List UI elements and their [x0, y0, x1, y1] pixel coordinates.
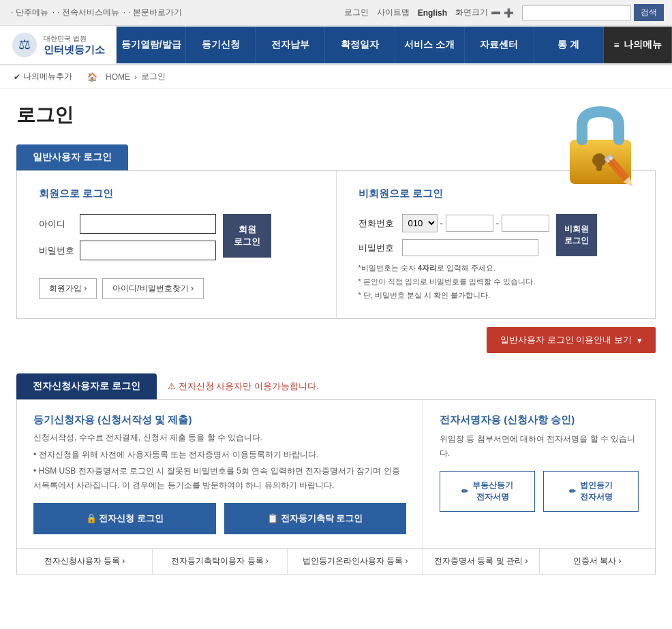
info-bar: 일반사용자 로그인 이용안내 보기 ▾	[16, 327, 656, 353]
esig-pen-icon-2: ✏	[569, 487, 576, 496]
phone-prefix-select[interactable]: 010 011 016 017	[402, 214, 438, 232]
nav-menu: 등기열람/발급 등기신청 전자납부 확정일자 서비스 소개 자료센터 통 계 ≡…	[117, 27, 672, 63]
shortcuts: · 단주메뉴 · 전속서비스메뉴 · 본문바로가기	[8, 7, 182, 18]
top-bar: · 단주메뉴 · 전속서비스메뉴 · 본문바로가기 로그인 사이트맵 Engli…	[0, 0, 672, 26]
nav-item-confirmed-date[interactable]: 확정일자	[325, 27, 395, 63]
add-my-menu-button[interactable]: ✔ 나의메뉴추가	[14, 71, 72, 82]
font-increase-icon[interactable]: ➕	[504, 8, 514, 18]
phone-middle-input[interactable]	[446, 215, 493, 232]
member-login-title: 회원으로 로그인	[39, 187, 314, 200]
nonmember-login-button[interactable]: 비회원 로그인	[556, 214, 597, 256]
login-info-label: 일반사용자 로그인 이용안내 보기	[500, 334, 632, 346]
hint-2: * 본인이 직접 임의로 비밀번호를 입력할 수 있습니다.	[358, 275, 634, 289]
efiling-left-panel: 등기신청자용 (신청서작성 및 제출) 신청서작성, 수수료 전자결제, 신청서…	[17, 400, 423, 548]
nav-item-registry-lookup[interactable]: 등기열람/발급	[117, 27, 186, 63]
hint-1: *비밀번호는 숫자 4자리로 입력해 주세요.	[358, 262, 634, 275]
svg-text:⚖: ⚖	[18, 37, 31, 52]
real-estate-esig-label: 부동산등기전자서명	[472, 480, 513, 503]
nav-item-my-menu[interactable]: ≡ 나의메뉴	[604, 27, 672, 63]
nav-item-electronic-payment[interactable]: 전자납부	[256, 27, 325, 63]
login-box: 회원으로 로그인 아이디 비밀번호 회원 로그인	[16, 170, 656, 319]
breadcrumb-arrow: ›	[134, 72, 137, 82]
member-login-btn-line1: 회원	[239, 224, 256, 234]
navbar: ⚖ 대한민국 법원 인터넷등기소 등기열람/발급 등기신청 전자납부 확정일자 …	[0, 26, 672, 65]
nonmember-login-btn-line2: 로그인	[564, 236, 589, 245]
reg-left: 전자신청사용자 등록 › 전자등기촉탁이용자 등록 › 법인등기온라인사용자 등…	[17, 549, 423, 574]
font-size-control: 화면크기 ➖ ➕	[455, 7, 514, 18]
ecert-reg-manage-label: 전자증명서 등록 및 관리 ›	[434, 555, 528, 567]
efiling-box: 등기신청자용 (신청서작성 및 제출) 신청서작성, 수수료 전자결제, 신청서…	[16, 399, 656, 549]
add-my-menu-label: 나의메뉴추가	[23, 71, 72, 82]
hint-3: * 단, 비밀번호 분실 시 확인 불가합니다.	[358, 289, 634, 303]
lock-illustration	[556, 102, 645, 191]
logo-sub: 대한민국 법원	[44, 34, 105, 43]
logo[interactable]: ⚖ 대한민국 법원 인터넷등기소	[0, 26, 117, 64]
nav-item-data-center[interactable]: 자료센터	[465, 27, 534, 63]
esig-desc: 위임장 등 첨부서면에 대하여 전자서명을 할 수 있습니다.	[440, 432, 639, 460]
phone-row: 전화번호 010 011 016 017 - -	[358, 214, 550, 232]
efiling-tab[interactable]: 전자신청사용자로 로그인	[16, 373, 157, 399]
pw-label: 비밀번호	[39, 245, 80, 257]
pw-input[interactable]	[80, 241, 216, 260]
cert-copy-button[interactable]: 인증서 복사 ›	[540, 549, 656, 574]
svg-rect-5	[596, 160, 602, 171]
phone-dash1: -	[440, 218, 443, 228]
id-input[interactable]	[80, 214, 216, 234]
nonmember-pw-label: 비밀번호	[358, 242, 399, 254]
sitemap-link[interactable]: 사이트맵	[377, 7, 410, 18]
corporate-online-user-reg-label: 법인등기온라인사용자 등록 ›	[303, 555, 408, 567]
breadcrumb-bar: ✔ 나의메뉴추가 🏠 HOME › 로그인	[0, 65, 672, 89]
member-login-btn-line2: 로그인	[234, 236, 260, 247]
search-input[interactable]	[522, 5, 631, 20]
nonmember-pw-row: 비밀번호	[358, 239, 550, 256]
nonmember-login-panel: 비회원으로 로그인 전화번호 010 011 016 017 -	[337, 171, 656, 318]
nav-item-statistics[interactable]: 통 계	[534, 27, 604, 63]
efiling-right-panel: 전자서명자용 (신청사항 승인) 위임장 등 첨부서면에 대하여 전자서명을 할…	[423, 400, 655, 548]
my-menu-label: 나의메뉴	[624, 39, 662, 51]
general-login-tab[interactable]: 일반사용자 로그인	[16, 144, 128, 170]
efiling-registry-button[interactable]: 📋 전자등기촉탁 로그인	[224, 503, 407, 534]
search-area: 검색	[522, 4, 664, 21]
search-button[interactable]: 검색	[634, 4, 664, 21]
nonmember-form: 전화번호 010 011 016 017 - -	[358, 214, 550, 256]
shortcut-service-menu[interactable]: · 전속서비스메뉴	[52, 7, 119, 18]
join-button[interactable]: 회원가입 ›	[39, 278, 97, 299]
reg-row: 전자신청사용자 등록 › 전자등기촉탁이용자 등록 › 법인등기온라인사용자 등…	[16, 549, 656, 574]
logo-icon: ⚖	[11, 31, 38, 59]
logo-main: 인터넷등기소	[44, 43, 105, 57]
home-icon[interactable]: 🏠	[87, 72, 97, 82]
login-link[interactable]: 로그인	[344, 7, 369, 18]
top-utils: 로그인 사이트맵 English 화면크기 ➖ ➕ 검색	[344, 4, 664, 21]
login-info-button[interactable]: 일반사용자 로그인 이용안내 보기 ▾	[487, 327, 656, 353]
reg-right: 전자증명서 등록 및 관리 › 인증서 복사 ›	[423, 549, 655, 574]
efiling-btn-row: 🔒 전자신청 로그인 📋 전자등기촉탁 로그인	[33, 503, 406, 534]
hamburger-icon: ≡	[613, 40, 619, 50]
nonmember-pw-input[interactable]	[402, 239, 538, 256]
find-id-pw-button[interactable]: 아이디/비밀번호찾기 ›	[102, 278, 204, 299]
corporate-esig-button[interactable]: ✏ 법인등기전자서명	[543, 471, 639, 512]
pw-row: 비밀번호	[39, 241, 216, 260]
real-estate-esig-button[interactable]: ✏ 부동산등기전자서명	[440, 471, 535, 512]
phone-last-input[interactable]	[502, 215, 549, 232]
nav-item-service-intro[interactable]: 서비스 소개	[395, 27, 465, 63]
efiling-user-reg-button[interactable]: 전자신청사용자 등록 ›	[17, 549, 153, 574]
id-row: 아이디	[39, 214, 216, 234]
shortcut-body[interactable]: · 본문바로가기	[123, 7, 182, 18]
chevron-down-icon: ▾	[637, 335, 642, 346]
breadcrumb-home[interactable]: HOME	[106, 72, 130, 82]
shortcut-main-menu[interactable]: · 단주메뉴	[8, 7, 48, 18]
cert-copy-label: 인증서 복사 ›	[573, 555, 622, 567]
font-decrease-icon[interactable]: ➖	[491, 8, 501, 18]
ecert-reg-manage-button[interactable]: 전자증명서 등록 및 관리 ›	[423, 549, 540, 574]
efiling-login-button[interactable]: 🔒 전자신청 로그인	[33, 503, 216, 534]
efiling-user-reg-label: 전자신청사용자 등록 ›	[44, 555, 125, 567]
member-login-button[interactable]: 회원 로그인	[223, 214, 271, 258]
corporate-online-user-reg-button[interactable]: 법인등기온라인사용자 등록 ›	[288, 549, 423, 574]
nonmember-login-btn-line1: 비회원	[564, 224, 589, 234]
font-size-label: 화면크기	[455, 7, 488, 18]
efiling-desc-1: 신청서작성, 수수료 전자결제, 신청서 제출 등을 할 수 있습니다.	[33, 431, 406, 444]
efiling-registry-user-reg-button[interactable]: 전자등기촉탁이용자 등록 ›	[153, 549, 288, 574]
nav-item-registry-application[interactable]: 등기신청	[186, 27, 256, 63]
efiling-left-title: 등기신청자용 (신청서작성 및 제출)	[33, 414, 406, 427]
english-link[interactable]: English	[418, 8, 447, 18]
